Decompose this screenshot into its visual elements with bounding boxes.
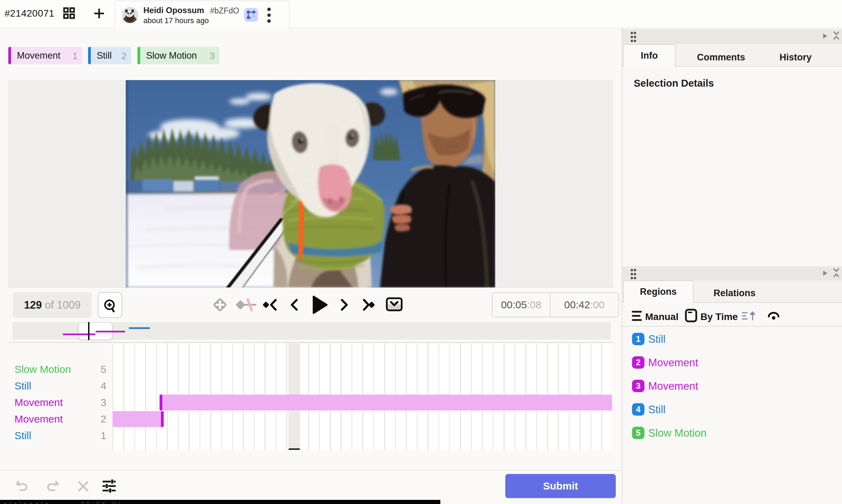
svg-text:By Time: By Time	[700, 311, 738, 322]
svg-text:Manual: Manual	[645, 311, 678, 322]
